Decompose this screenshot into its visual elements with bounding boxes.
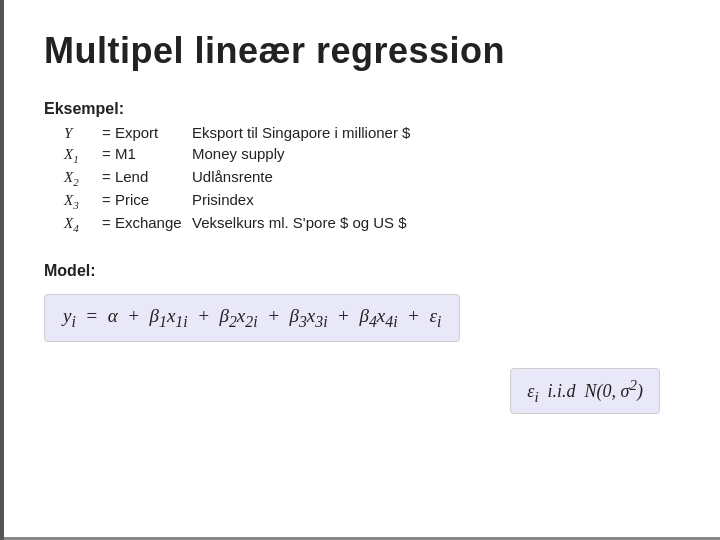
slide-title: Multipel lineær regression: [44, 30, 680, 72]
formula1-text: yi = α + β1x1i + β2x2i + β3x3i + β4x4i +…: [63, 305, 441, 331]
var-name-y: Y: [64, 125, 102, 142]
formula2-row: εi i.i.d N(0, σ2): [44, 368, 670, 415]
variables-table: Y = Export Eksport til Singapore i milli…: [64, 124, 680, 234]
var-eq-x4: = Exchange: [102, 214, 192, 231]
formula2-box: εi i.i.d N(0, σ2): [510, 368, 660, 415]
var-desc-y: Eksport til Singapore i millioner $: [192, 124, 410, 141]
var-eq-y: = Export: [102, 124, 192, 141]
var-eq-x2: = Lend: [102, 168, 192, 185]
var-name-x2: X2: [64, 169, 102, 188]
formula1-box: yi = α + β1x1i + β2x2i + β3x3i + β4x4i +…: [44, 294, 460, 342]
var-desc-x3: Prisindex: [192, 191, 254, 208]
variable-row-x3: X3 = Price Prisindex: [64, 191, 680, 211]
variable-row-x2: X2 = Lend Udlånsrente: [64, 168, 680, 188]
formula2: εi i.i.d N(0, σ2): [527, 377, 643, 406]
formula2-text: εi i.i.d N(0, σ2): [527, 377, 643, 406]
var-desc-x1: Money supply: [192, 145, 285, 162]
variable-row-y: Y = Export Eksport til Singapore i milli…: [64, 124, 680, 142]
var-name-x1: X1: [64, 146, 102, 165]
var-name-x4: X4: [64, 215, 102, 234]
example-label: Eksempel:: [44, 100, 680, 118]
var-eq-x1: = M1: [102, 145, 192, 162]
formulas-section: yi = α + β1x1i + β2x2i + β3x3i + β4x4i +…: [44, 294, 680, 414]
model-label: Model:: [44, 262, 680, 280]
var-eq-x3: = Price: [102, 191, 192, 208]
formula1: yi = α + β1x1i + β2x2i + β3x3i + β4x4i +…: [63, 305, 441, 331]
var-name-x3: X3: [64, 192, 102, 211]
var-desc-x2: Udlånsrente: [192, 168, 273, 185]
slide: Multipel lineær regression Eksempel: Y =…: [0, 0, 720, 540]
variable-row-x1: X1 = M1 Money supply: [64, 145, 680, 165]
var-desc-x4: Vekselkurs ml. S'pore $ og US $: [192, 214, 407, 231]
variable-row-x4: X4 = Exchange Vekselkurs ml. S'pore $ og…: [64, 214, 680, 234]
